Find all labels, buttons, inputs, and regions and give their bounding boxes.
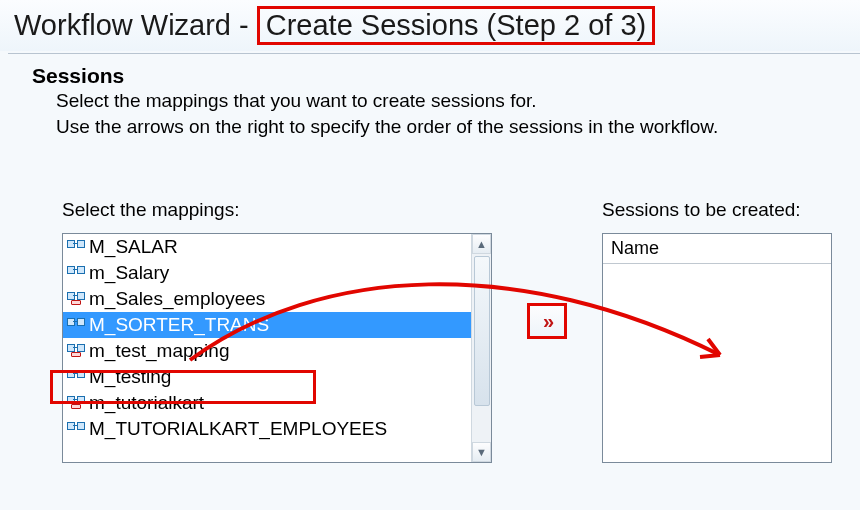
mapping-item[interactable]: M_SORTER_TRANS (63, 312, 471, 338)
mapping-item[interactable]: m_tutorialkart (63, 390, 471, 416)
chevron-double-right-icon: » (543, 310, 551, 333)
mappings-listbox[interactable]: M_SALARm_Salarym_Sales_employeesM_SORTER… (62, 233, 492, 463)
dialog-title-step: Create Sessions (Step 2 of 3) (257, 6, 655, 45)
sessions-listbox[interactable]: Name (602, 233, 832, 463)
instruction-line-2: Use the arrows on the right to specify t… (56, 114, 860, 140)
mapping-icon (67, 396, 85, 410)
mapping-item[interactable]: m_test_mapping (63, 338, 471, 364)
mapping-item[interactable]: m_Sales_employees (63, 286, 471, 312)
mapping-item-label: m_Salary (89, 262, 169, 284)
mappings-list-label: Select the mappings: (62, 199, 492, 221)
mapping-item-label: m_Sales_employees (89, 288, 265, 310)
move-right-button[interactable]: » (527, 303, 567, 339)
mapping-item-label: M_SALAR (89, 236, 178, 258)
mapping-icon (67, 266, 85, 280)
instruction-line-1: Select the mappings that you want to cre… (56, 88, 860, 114)
dialog-title: Workflow Wizard - Create Sessions (Step … (0, 0, 860, 51)
sessions-column-header-name[interactable]: Name (603, 234, 831, 264)
dialog-title-prefix: Workflow Wizard - (14, 9, 257, 41)
scroll-down-button[interactable]: ▼ (472, 442, 491, 462)
mapping-item-label: M_testing (89, 366, 171, 388)
mappings-scrollbar[interactable]: ▲ ▼ (471, 234, 491, 462)
scroll-up-button[interactable]: ▲ (472, 234, 491, 254)
mapping-icon (67, 344, 85, 358)
mapping-item[interactable]: m_Salary (63, 260, 471, 286)
mapping-item-label: M_TUTORIALKART_EMPLOYEES (89, 418, 387, 440)
mapping-item-label: m_tutorialkart (89, 392, 204, 414)
mapping-icon (67, 318, 85, 332)
mapping-icon (67, 292, 85, 306)
section-heading: Sessions (32, 64, 860, 88)
mapping-icon (67, 422, 85, 436)
mapping-icon (67, 370, 85, 384)
mapping-item[interactable]: M_TUTORIALKART_EMPLOYEES (63, 416, 471, 442)
sessions-list-label: Sessions to be created: (602, 199, 860, 221)
mapping-icon (67, 240, 85, 254)
wizard-body: Sessions Select the mappings that you wa… (8, 53, 860, 463)
mapping-item-label: M_SORTER_TRANS (89, 314, 269, 336)
mapping-item-label: m_test_mapping (89, 340, 229, 362)
scroll-thumb[interactable] (474, 256, 490, 406)
mapping-item[interactable]: M_testing (63, 364, 471, 390)
mapping-item[interactable]: M_SALAR (63, 234, 471, 260)
